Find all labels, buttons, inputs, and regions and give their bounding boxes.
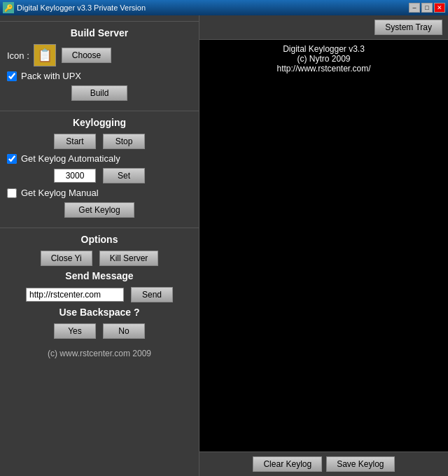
build-server-section: Build Server Icon : 📋 Choose Pack with U… — [0, 22, 199, 111]
icon-preview: 📋 — [34, 44, 56, 66]
footer-text: (c) www.rstcenter.com 2009 — [7, 343, 192, 364]
minimize-button[interactable]: – — [409, 3, 420, 13]
interval-input[interactable] — [54, 169, 96, 183]
get-manual-label: Get Keylog Manual — [21, 188, 99, 198]
window-title: Digital Keylogger v3.3 Private Version — [17, 4, 409, 12]
log-line-1: Digital Keylogger v3.3 — [204, 44, 444, 54]
interval-row: Set — [7, 168, 192, 183]
no-button[interactable]: No — [103, 323, 145, 339]
close-yi-button[interactable]: Close Yi — [41, 251, 92, 266]
right-header: System Tray — [200, 15, 448, 40]
build-server-title: Build Server — [7, 27, 192, 38]
left-panel: Build Server Icon : 📋 Choose Pack with U… — [0, 15, 200, 476]
pack-upx-label: Pack with UPX — [21, 71, 81, 81]
log-area: Digital Keylogger v3.3 (c) Nytro 2009 ht… — [200, 40, 448, 451]
build-row: Build — [7, 85, 192, 101]
get-keylog-row: Get Keylog — [7, 202, 192, 218]
kill-server-button[interactable]: Kill Server — [99, 251, 159, 266]
icon-label: Icon : — [7, 50, 29, 61]
get-auto-row: Get Keylog Automaticaly — [7, 153, 192, 164]
set-button[interactable]: Set — [103, 168, 145, 183]
clear-keylog-button[interactable]: Clear Keylog — [253, 456, 322, 472]
build-button[interactable]: Build — [71, 85, 127, 101]
options-section: Options Close Yi Kill Server Send Messag… — [0, 228, 199, 476]
right-bottom-bar: Clear Keylog Save Keylog — [200, 451, 448, 476]
send-message-title: Send Message — [7, 270, 192, 281]
pack-upx-checkbox[interactable] — [7, 71, 17, 81]
right-panel: System Tray Digital Keylogger v3.3 (c) N… — [200, 15, 448, 476]
restore-button[interactable]: □ — [421, 3, 433, 13]
get-auto-checkbox[interactable] — [7, 154, 17, 164]
send-row: Send — [7, 287, 192, 302]
get-manual-checkbox[interactable] — [7, 188, 17, 198]
log-line-2: (c) Nytro 2009 — [204, 54, 444, 64]
keylogging-title: Keylogging — [7, 117, 192, 128]
use-backspace-title: Use Backspace ? — [7, 307, 192, 318]
stop-button[interactable]: Stop — [103, 134, 145, 149]
window-controls: – □ ✕ — [409, 3, 445, 13]
choose-button[interactable]: Choose — [62, 48, 111, 63]
main-container: Build Server Icon : 📋 Choose Pack with U… — [0, 15, 448, 476]
system-tray-button[interactable]: System Tray — [374, 20, 442, 35]
start-button[interactable]: Start — [54, 134, 96, 149]
get-manual-row: Get Keylog Manual — [7, 188, 192, 198]
get-auto-label: Get Keylog Automaticaly — [21, 153, 120, 164]
pack-upx-row: Pack with UPX — [7, 71, 192, 81]
send-button[interactable]: Send — [131, 287, 173, 302]
system-tray-row — [0, 15, 199, 22]
window-icon: 🔑 — [3, 2, 14, 13]
yes-no-row: Yes No — [7, 323, 192, 339]
start-stop-row: Start Stop — [7, 134, 192, 149]
icon-row: Icon : 📋 Choose — [7, 44, 192, 66]
keylogging-section: Keylogging Start Stop Get Keylog Automat… — [0, 111, 199, 228]
log-line-3: http://www.rstcenter.com/ — [204, 64, 444, 74]
save-keylog-button[interactable]: Save Keylog — [326, 456, 394, 472]
close-kill-row: Close Yi Kill Server — [7, 251, 192, 266]
title-bar: 🔑 Digital Keylogger v3.3 Private Version… — [0, 0, 448, 15]
close-button[interactable]: ✕ — [434, 3, 445, 13]
yes-button[interactable]: Yes — [54, 323, 96, 339]
get-keylog-button[interactable]: Get Keylog — [64, 202, 134, 218]
options-title: Options — [7, 234, 192, 245]
send-input[interactable] — [26, 288, 124, 302]
